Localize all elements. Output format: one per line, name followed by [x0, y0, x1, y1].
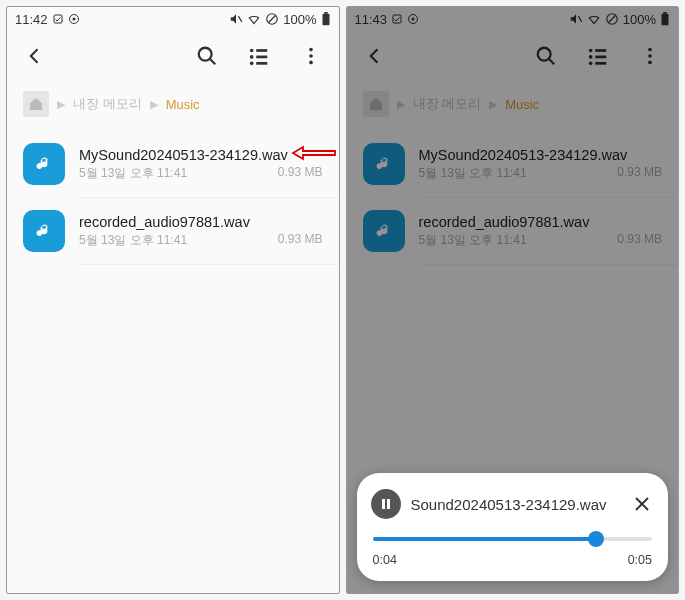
svg-point-27 — [538, 48, 551, 61]
more-vert-icon — [300, 45, 322, 67]
svg-point-2 — [72, 18, 75, 21]
status-time: 11:43 — [355, 12, 388, 27]
time-total: 0:05 — [628, 553, 652, 567]
battery-pct: 100% — [623, 12, 656, 27]
svg-point-16 — [309, 48, 313, 52]
list-view-icon — [587, 45, 609, 67]
svg-rect-25 — [662, 14, 669, 25]
status-notif-icon — [52, 13, 64, 25]
list-view-icon — [248, 45, 270, 67]
file-name: recorded_audio97881.wav — [419, 214, 663, 230]
breadcrumb-current: Music — [166, 97, 200, 112]
no-sim-icon — [265, 12, 279, 26]
svg-point-14 — [249, 62, 253, 66]
svg-rect-34 — [595, 62, 606, 65]
svg-point-33 — [589, 62, 593, 66]
audio-file-icon — [23, 143, 65, 185]
svg-line-3 — [239, 16, 243, 22]
svg-line-9 — [209, 59, 215, 65]
breadcrumb[interactable]: ▶ 내장 메모리 ▶ Music — [347, 81, 679, 131]
breadcrumb-current: Music — [505, 97, 539, 112]
file-name: MySound20240513-234129.wav — [79, 147, 323, 163]
svg-point-36 — [648, 54, 652, 58]
phone-right: 11:43 100% ▶ 내장 메모리 ▶ — [346, 6, 680, 594]
back-button[interactable] — [19, 40, 51, 72]
status-bar: 11:43 100% — [347, 7, 679, 31]
toolbar — [347, 31, 679, 81]
annotation-arrow — [291, 145, 337, 165]
pause-icon — [380, 498, 392, 510]
svg-rect-19 — [393, 15, 401, 23]
chevron-icon: ▶ — [397, 98, 405, 111]
chevron-icon: ▶ — [489, 98, 497, 111]
close-button[interactable] — [630, 492, 654, 516]
svg-point-29 — [589, 49, 593, 53]
svg-point-12 — [249, 55, 253, 59]
back-button[interactable] — [359, 40, 391, 72]
search-icon — [535, 45, 557, 67]
wifi-icon — [247, 12, 261, 26]
svg-point-18 — [309, 61, 313, 65]
time-elapsed: 0:04 — [373, 553, 397, 567]
toolbar — [7, 31, 339, 81]
audio-file-icon — [363, 143, 405, 185]
audio-file-icon — [23, 210, 65, 252]
file-row[interactable]: recorded_audio97881.wav 5월 13일 오후 11:41 … — [347, 198, 679, 264]
mute-icon — [229, 12, 243, 26]
status-bar: 11:42 100% — [7, 7, 339, 31]
svg-rect-39 — [387, 499, 390, 509]
svg-point-37 — [648, 61, 652, 65]
progress-slider[interactable] — [373, 537, 653, 541]
file-date: 5월 13일 오후 11:41 — [79, 165, 187, 182]
chevron-icon: ▶ — [57, 98, 65, 111]
file-date: 5월 13일 오후 11:41 — [79, 232, 187, 249]
progress-fill — [373, 537, 597, 541]
svg-rect-7 — [324, 12, 328, 14]
svg-line-24 — [608, 16, 615, 23]
more-button[interactable] — [295, 40, 327, 72]
file-list: MySound20240513-234129.wav 5월 13일 오후 11:… — [7, 131, 339, 593]
breadcrumb-internal[interactable]: 내장 메모리 — [73, 95, 142, 113]
wifi-icon — [587, 12, 601, 26]
more-vert-icon — [639, 45, 661, 67]
battery-pct: 100% — [283, 12, 316, 27]
svg-rect-13 — [256, 56, 267, 59]
home-icon[interactable] — [363, 91, 389, 117]
file-row[interactable]: MySound20240513-234129.wav 5월 13일 오후 11:… — [7, 131, 339, 197]
progress-thumb[interactable] — [588, 531, 604, 547]
search-icon — [196, 45, 218, 67]
battery-icon — [321, 12, 331, 26]
status-notif-icon — [391, 13, 403, 25]
svg-rect-32 — [595, 56, 606, 59]
file-date: 5월 13일 오후 11:41 — [419, 232, 527, 249]
divider — [79, 264, 339, 265]
svg-line-28 — [549, 59, 555, 65]
search-button[interactable] — [191, 40, 223, 72]
audio-file-icon — [363, 210, 405, 252]
breadcrumb-internal[interactable]: 내장 메모리 — [413, 95, 482, 113]
home-icon[interactable] — [23, 91, 49, 117]
file-row[interactable]: MySound20240513-234129.wav 5월 13일 오후 11:… — [347, 131, 679, 197]
svg-rect-38 — [382, 499, 385, 509]
svg-point-17 — [309, 54, 313, 58]
audio-player-sheet: Sound20240513-234129.wav 0:04 0:05 — [357, 473, 669, 581]
file-row[interactable]: recorded_audio97881.wav 5월 13일 오후 11:41 … — [7, 198, 339, 264]
view-toggle-button[interactable] — [582, 40, 614, 72]
status-app-icon — [68, 13, 80, 25]
file-size: 0.93 MB — [278, 232, 323, 249]
more-button[interactable] — [634, 40, 666, 72]
breadcrumb[interactable]: ▶ 내장 메모리 ▶ Music — [7, 81, 339, 131]
file-name: MySound20240513-234129.wav — [419, 147, 663, 163]
svg-rect-11 — [256, 49, 267, 52]
search-button[interactable] — [530, 40, 562, 72]
file-name: recorded_audio97881.wav — [79, 214, 323, 230]
svg-line-5 — [269, 16, 276, 23]
svg-rect-0 — [54, 15, 62, 23]
battery-icon — [660, 12, 670, 26]
svg-point-35 — [648, 48, 652, 52]
chevron-icon: ▶ — [150, 98, 158, 111]
phone-left: 11:42 100% ▶ 내장 메모리 ▶ — [6, 6, 340, 594]
view-toggle-button[interactable] — [243, 40, 275, 72]
pause-button[interactable] — [371, 489, 401, 519]
divider — [419, 264, 679, 265]
